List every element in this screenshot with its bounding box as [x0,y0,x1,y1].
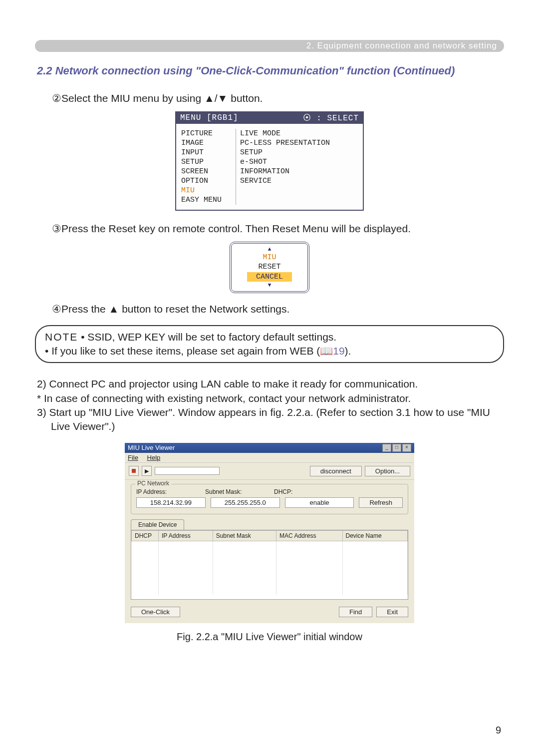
table-row [132,586,408,595]
osd-title-right: ⦿ : SELECT [303,113,359,123]
play-icon: ▶ [145,468,149,474]
col-dhcp[interactable]: DHCP [132,530,159,541]
osd-miu-item: MIU [181,186,232,195]
up-arrow-icon: ▲ [232,246,307,253]
one-click-button[interactable]: One-Click [131,607,180,617]
maximize-button[interactable]: □ [392,444,401,452]
osd-title-left: MENU [RGB1] [180,113,239,123]
exit-button[interactable]: Exit [376,607,408,617]
down-arrow-icon: ▼ [232,282,307,289]
toolbar: ▶ disconnect Option... [125,463,414,480]
osd-right-item: LIVE MODE [240,129,330,138]
osd-menu: MENU [RGB1] ⦿ : SELECT PICTURE IMAGE INP… [175,111,364,211]
option-button[interactable]: Option... [365,466,410,476]
miu-live-viewer-window: MIU Live Viewer _ □ × File Help ▶ discon… [125,443,414,623]
note-line2a: • If you like to set these items, please… [45,345,320,357]
step-2-text: ②Select the MIU menu by using ▲/▼ button… [52,92,504,104]
step-existing-network-text: * In case of connecting with existing ne… [37,391,504,405]
dhcp-label: DHCP: [274,488,334,495]
pc-network-group: PC Network IP Address: Subnet Mask: DHCP… [131,484,408,514]
book-ref-icon: 📖19 [320,345,344,357]
osd-right-item: SETUP [240,148,330,157]
dhcp-value: enable [285,497,354,508]
col-ip[interactable]: IP Address [159,530,213,541]
osd-left-item: IMAGE [181,138,232,148]
window-titlebar: MIU Live Viewer _ □ × [125,443,414,453]
ip-label: IP Address: [136,488,196,495]
mask-value: 255.255.255.0 [211,497,280,508]
file-menu[interactable]: File [128,454,138,461]
osd-right-item: e-SHOT [240,157,330,167]
col-mask[interactable]: Subnet Mask [213,530,276,541]
osd-left-item: INPUT [181,148,232,157]
reset-miu-label: MIU [232,253,307,263]
help-menu[interactable]: Help [147,454,161,461]
note-line1: • SSID, WEP KEY will be set to factory d… [81,331,336,343]
mask-label: Subnet Mask: [205,488,265,495]
table-row [132,568,408,577]
col-name[interactable]: Device Name [342,530,407,541]
pc-network-group-label: PC Network [135,480,171,487]
step-4-text: ④Press the ▲ button to reset the Network… [52,303,504,315]
table-row [132,550,408,559]
step-3-text: ③Press the Reset key on remote control. … [52,223,504,235]
osd-right-item: PC-LESS PRESENTATION [240,138,330,148]
note-label: NOTE [45,331,78,343]
osd-right-item: INFORMATION [240,167,330,176]
step-startup-text: 3) Start up "MIU Live Viewer". Window ap… [37,405,504,434]
section-header-text: 2. Equipment connection and network sett… [306,41,497,51]
osd-right-item: SERVICE [240,176,330,186]
osd-easy-menu: EASY MENU [181,195,232,205]
osd-left-item: OPTION [181,176,232,186]
page-number: 9 [496,725,501,736]
window-title: MIU Live Viewer [128,444,382,451]
device-table: DHCP IP Address Subnet Mask MAC Address … [131,530,408,600]
section-header: 2. Equipment connection and network sett… [35,40,504,52]
col-mac[interactable]: MAC Address [276,530,342,541]
menu-bar: File Help [125,453,414,463]
table-row [132,541,408,550]
find-button[interactable]: Find [339,607,372,617]
osd-left-item: SCREEN [181,167,232,176]
step-connect-text: 2) Connect PC and projector using LAN ca… [37,377,504,391]
minimize-button[interactable]: _ [382,444,391,452]
enable-device-tab[interactable]: Enable Device [131,519,184,530]
close-button[interactable]: × [402,444,411,452]
osd-left-item: PICTURE [181,129,232,138]
status-bar [155,467,220,475]
reset-menu: ▲ MIU RESET CANCEL ▼ [230,242,309,293]
cancel-label: CANCEL [247,272,292,282]
stop-button[interactable] [129,466,139,476]
ip-value: 158.214.32.99 [136,497,206,508]
disconnect-button[interactable]: disconnect [310,466,362,476]
note-line2b: ). [345,345,351,357]
table-row [132,577,408,586]
osd-left-item: SETUP [181,157,232,167]
refresh-button[interactable]: Refresh [359,497,403,508]
note-box: NOTE • SSID, WEP KEY will be set to fact… [35,325,504,364]
figure-caption: Fig. 2.2.a "MIU Live Viewer" initial win… [35,631,504,643]
reset-label: RESET [232,262,307,272]
play-button[interactable]: ▶ [142,466,152,476]
table-row [132,559,408,568]
section-title: 2.2 Network connection using "One-Click-… [35,64,504,78]
